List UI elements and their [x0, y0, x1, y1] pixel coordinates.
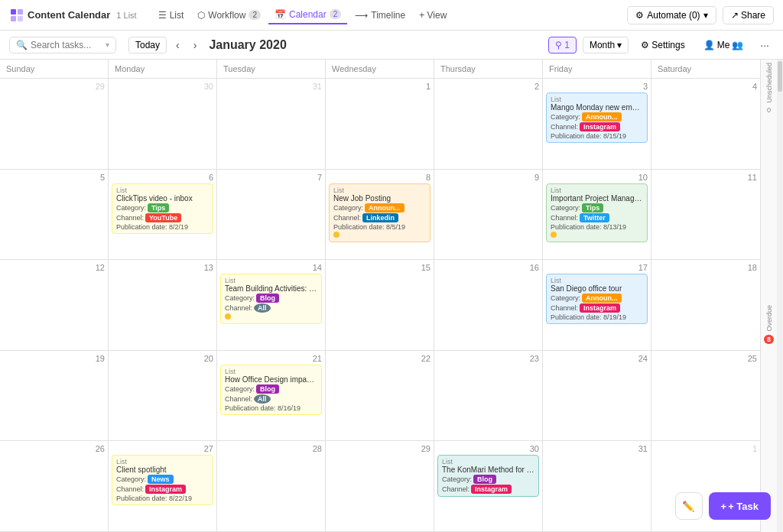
- day-cell-4[interactable]: 4: [651, 79, 760, 170]
- event-san-diego[interactable]: List San Diego office tour Category: Ann…: [546, 274, 648, 324]
- prev-arrow[interactable]: ‹: [171, 37, 184, 53]
- toolbar-right: ⚲ 1 Month ▾ ⚙ Settings 👤 Me 👥 ···: [548, 37, 774, 54]
- right-panel: Unscheduled 0 Overdue 8: [760, 60, 777, 532]
- workflow-icon: ⬡: [197, 10, 205, 21]
- tab-calendar[interactable]: 📅 Calendar 2: [268, 6, 347, 24]
- calendar-wrapper: Sunday Monday Tuesday Wednesday Thursday…: [0, 60, 783, 532]
- unscheduled-count: 0: [767, 106, 771, 114]
- share-button[interactable]: ↗ Share: [723, 6, 774, 24]
- event-clicktips[interactable]: List ClickTips video - inbox Category: T…: [112, 183, 213, 234]
- day-cell-20[interactable]: 20: [109, 351, 217, 442]
- automate-button[interactable]: ⚙ Automate (0) ▾: [627, 6, 716, 24]
- plus-icon: +: [721, 501, 727, 512]
- calendar-grid: 29 30 31 1 2 3 List Mango Monday new emp…: [0, 79, 760, 532]
- day-cell-21[interactable]: 21 List How Office Design impacts Pe... …: [217, 351, 326, 442]
- chevron-down-icon: ▾: [106, 41, 109, 49]
- today-button[interactable]: Today: [128, 37, 167, 54]
- day-cell-29[interactable]: 29: [326, 441, 434, 532]
- day-header-tue: Tuesday: [217, 60, 326, 78]
- tab-timeline[interactable]: ⟶ Timeline: [349, 7, 411, 24]
- overdue-badge: 8: [764, 335, 774, 344]
- day-header-mon: Monday: [109, 60, 217, 78]
- day-headers: Sunday Monday Tuesday Wednesday Thursday…: [0, 60, 760, 79]
- day-cell-27[interactable]: 27 List Client spotlight Category: News …: [109, 441, 217, 532]
- app-title: Content Calendar: [28, 9, 110, 21]
- edit-icon-button[interactable]: ✏️: [675, 492, 703, 520]
- day-cell-8[interactable]: 8 List New Job Posting Category: Announ.…: [326, 170, 434, 261]
- event-mango-monday[interactable]: List Mango Monday new employe Category: …: [546, 92, 648, 143]
- svg-rect-1: [18, 9, 23, 15]
- month-title: January 2020: [209, 38, 286, 52]
- timeline-icon: ⟶: [355, 10, 368, 21]
- scrollbar-thumb[interactable]: [778, 61, 782, 92]
- filter-button[interactable]: ⚲ 1: [548, 37, 577, 54]
- unscheduled-label: Unscheduled: [765, 63, 773, 103]
- event-project-mgmt[interactable]: List Important Project Manageme... Categ…: [546, 183, 648, 242]
- toolbar: 🔍 ▾ Today ‹ › January 2020 ⚲ 1 Month ▾ ⚙…: [0, 31, 783, 60]
- day-cell-15[interactable]: 15: [326, 260, 434, 351]
- day-header-fri: Friday: [543, 60, 651, 78]
- svg-rect-0: [11, 9, 16, 15]
- day-cell-7[interactable]: 7: [217, 170, 326, 261]
- day-cell-6[interactable]: 6 List ClickTips video - inbox Category:…: [109, 170, 217, 261]
- calendar-main: Sunday Monday Tuesday Wednesday Thursday…: [0, 60, 760, 532]
- day-cell-23[interactable]: 23: [434, 351, 543, 442]
- day-cell-25[interactable]: 25: [651, 351, 760, 442]
- settings-button[interactable]: ⚙ Settings: [635, 37, 690, 53]
- search-icon: 🔍: [16, 40, 28, 50]
- next-arrow[interactable]: ›: [189, 37, 202, 53]
- filter-icon: ⚲: [555, 40, 562, 50]
- group-icon: 👥: [732, 40, 743, 50]
- overdue-label: Overdue: [765, 305, 773, 332]
- tab-list[interactable]: ☰ List: [152, 7, 190, 24]
- nav-right: ⚙ Automate (0) ▾ ↗ Share: [627, 6, 774, 24]
- day-cell-16[interactable]: 16: [434, 260, 543, 351]
- day-header-sat: Saturday: [651, 60, 760, 78]
- event-new-job-posting[interactable]: List New Job Posting Category: Announ...…: [329, 183, 430, 242]
- bottom-right-actions: ✏️ + + Task: [675, 492, 771, 520]
- tab-workflow[interactable]: ⬡ Workflow 2: [191, 7, 267, 24]
- day-cell-17[interactable]: 17 List San Diego office tour Category: …: [543, 260, 651, 351]
- day-cell-2[interactable]: 2: [434, 79, 543, 170]
- day-cell-19[interactable]: 19: [0, 351, 109, 442]
- day-cell-18[interactable]: 18: [651, 260, 760, 351]
- nav-tabs: ☰ List ⬡ Workflow 2 📅 Calendar 2 ⟶ Timel…: [152, 6, 453, 24]
- day-cell-14[interactable]: 14 List Team Building Activities: 25 E..…: [217, 260, 326, 351]
- search-box[interactable]: 🔍 ▾: [9, 37, 116, 54]
- event-client-spotlight[interactable]: List Client spotlight Category: News Cha…: [112, 455, 213, 505]
- chevron-down-icon: ▾: [617, 40, 622, 50]
- day-cell-30[interactable]: 30 List The KonMari Method for Proje... …: [434, 441, 543, 532]
- day-cell-31[interactable]: 31: [543, 441, 651, 532]
- search-input[interactable]: [31, 40, 102, 50]
- list-icon: ☰: [158, 10, 167, 21]
- add-task-button[interactable]: + + Task: [709, 492, 771, 520]
- avatar-icon: 👤: [703, 40, 715, 50]
- day-cell-12[interactable]: 12: [0, 260, 109, 351]
- day-cell-11[interactable]: 11: [651, 170, 760, 261]
- day-header-thu: Thursday: [434, 60, 543, 78]
- day-cell-9[interactable]: 9: [434, 170, 543, 261]
- svg-rect-3: [18, 16, 23, 21]
- day-cell-3[interactable]: 3 List Mango Monday new employe Category…: [543, 79, 651, 170]
- more-button[interactable]: ···: [755, 37, 774, 54]
- app-subtitle: 1 List: [116, 11, 136, 20]
- day-cell-22[interactable]: 22: [326, 351, 434, 442]
- month-view-button[interactable]: Month ▾: [583, 37, 629, 54]
- day-cell-dec29: 29: [0, 79, 109, 170]
- event-team-building[interactable]: List Team Building Activities: 25 E... C…: [220, 274, 322, 324]
- day-header-sun: Sunday: [0, 60, 109, 78]
- event-office-design[interactable]: List How Office Design impacts Pe... Cat…: [220, 365, 322, 415]
- day-cell-5[interactable]: 5: [0, 170, 109, 261]
- scrollbar[interactable]: [777, 60, 783, 532]
- event-konmari[interactable]: List The KonMari Method for Proje... Cat…: [437, 455, 539, 497]
- day-cell-1[interactable]: 1: [326, 79, 434, 170]
- tab-add-view[interactable]: + View: [413, 7, 453, 24]
- day-cell-26[interactable]: 26: [0, 441, 109, 532]
- day-cell-24[interactable]: 24: [543, 351, 651, 442]
- day-cell-28[interactable]: 28: [217, 441, 326, 532]
- day-cell-13[interactable]: 13: [109, 260, 217, 351]
- day-cell-dec31: 31: [217, 79, 326, 170]
- edit-icon: ✏️: [682, 501, 695, 512]
- me-button[interactable]: 👤 Me 👥: [697, 37, 750, 53]
- day-cell-10[interactable]: 10 List Important Project Manageme... Ca…: [543, 170, 651, 261]
